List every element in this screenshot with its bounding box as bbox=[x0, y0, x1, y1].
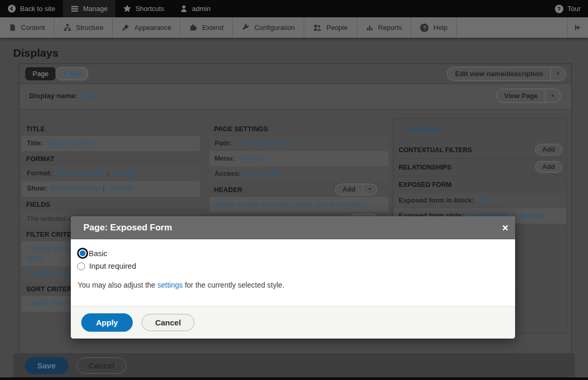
shortcuts-label: Shortcuts bbox=[135, 5, 164, 13]
header-add-button[interactable]: Add ▼ bbox=[335, 184, 377, 195]
menu-item-help[interactable]: ? Help bbox=[411, 17, 457, 38]
partially-hidden-link: o bbox=[516, 281, 519, 289]
close-icon[interactable]: × bbox=[502, 223, 508, 233]
menu-item-people[interactable]: People bbox=[304, 17, 357, 38]
people-icon bbox=[313, 24, 322, 31]
cancel-button[interactable]: Cancel bbox=[77, 357, 126, 374]
back-to-site-label: Back to site bbox=[20, 5, 55, 13]
show-settings-link[interactable]: Settings bbox=[109, 184, 133, 192]
edit-view-name-label: Edit view name/description bbox=[447, 67, 550, 80]
sitemap-icon bbox=[63, 24, 71, 31]
radio-option-input-required[interactable]: Input required bbox=[77, 262, 503, 270]
dropdown-toggle[interactable]: ▼ bbox=[545, 89, 560, 102]
radio-selected-icon[interactable] bbox=[79, 249, 87, 257]
menu-item-appearance[interactable]: Appearance bbox=[113, 17, 180, 38]
show-value-link[interactable]: Rendered entity bbox=[50, 184, 99, 192]
help-icon: ? bbox=[420, 24, 429, 32]
modal-title: Page: Exposed Form bbox=[83, 223, 172, 233]
toolbar-orientation-toggle[interactable] bbox=[567, 17, 588, 38]
chevron-down-icon: ▼ bbox=[556, 72, 560, 76]
paintbrush-icon bbox=[122, 24, 130, 31]
display-name-value-link[interactable]: Page bbox=[81, 92, 98, 100]
in-block-value-link[interactable]: Yes bbox=[477, 196, 488, 204]
admin-user-label: admin bbox=[192, 5, 210, 13]
modal-header: Page: Exposed Form × bbox=[71, 216, 515, 239]
star-icon bbox=[123, 5, 131, 13]
user-icon bbox=[180, 5, 188, 13]
path-value-link[interactable]: /solr-search/content bbox=[235, 139, 295, 147]
access-row: Access:Unrestricted bbox=[209, 166, 389, 182]
modal-footer: Apply Cancel bbox=[71, 306, 515, 339]
separator: | bbox=[107, 169, 109, 177]
menu-value-link[interactable]: No menu bbox=[238, 154, 265, 162]
separator: | bbox=[103, 184, 104, 192]
settings-link[interactable]: settings bbox=[157, 281, 183, 289]
relationships-add-button[interactable]: Add bbox=[535, 161, 562, 173]
page-bottom-strip bbox=[0, 377, 588, 380]
add-display-label: Add bbox=[68, 70, 81, 78]
section-exposed-form: EXPOSED FORM bbox=[393, 176, 566, 193]
title-value-link[interactable]: Search Content bbox=[46, 139, 93, 147]
advanced-toggle[interactable]: ADVANCED bbox=[393, 119, 566, 142]
radio-unselected-icon[interactable] bbox=[77, 262, 85, 270]
menu-label: People bbox=[326, 24, 347, 31]
puzzle-icon bbox=[189, 24, 197, 31]
exposed-form-label: EXPOSED FORM bbox=[399, 181, 452, 188]
edit-view-name-button[interactable]: Edit view name/description ▼ bbox=[447, 67, 566, 81]
view-page-button[interactable]: View Page ▼ bbox=[496, 89, 561, 103]
tab-page-display[interactable]: Page bbox=[25, 67, 56, 80]
back-to-site-button[interactable]: Back to site bbox=[0, 0, 63, 17]
menu-item-configuration[interactable]: Configuration bbox=[233, 17, 304, 38]
exposed-form-in-block-row: Exposed form in block:Yes bbox=[393, 193, 566, 208]
access-label: Access: bbox=[215, 170, 241, 177]
menu-label: Help bbox=[433, 24, 447, 31]
radio-basic-label: Basic bbox=[89, 249, 107, 258]
display-name-label: Display name: bbox=[29, 92, 78, 100]
chevron-down-icon: ▼ bbox=[368, 187, 372, 192]
in-block-label: Exposed form in block: bbox=[399, 196, 474, 204]
shortcuts-button[interactable]: Shortcuts bbox=[115, 0, 172, 17]
admin-user-button[interactable]: admin bbox=[172, 0, 218, 17]
menu-item-reports[interactable]: Reports bbox=[357, 17, 412, 38]
manage-label: Manage bbox=[83, 5, 108, 13]
format-value-link[interactable]: Unformatted list bbox=[55, 169, 103, 177]
exposed-form-modal: Page: Exposed Form × Basic Input require… bbox=[71, 216, 515, 339]
access-value-link[interactable]: Unrestricted bbox=[244, 170, 281, 177]
dropdown-toggle[interactable]: ▼ bbox=[550, 67, 565, 80]
contextual-filters-add-button[interactable]: Add bbox=[535, 144, 562, 155]
section-title-header: TITLE bbox=[22, 121, 200, 136]
apply-button[interactable]: Apply bbox=[81, 313, 133, 332]
menu-item-content[interactable]: Content bbox=[0, 17, 55, 38]
contextual-filters-label: CONTEXTUAL FILTERS bbox=[399, 146, 472, 154]
add-display-button[interactable]: +Add bbox=[56, 67, 88, 80]
show-row: Show:Rendered entity|Settings bbox=[22, 181, 200, 196]
header-item-result-summary[interactable]: Global: Result summary (Global: Result s… bbox=[209, 197, 389, 212]
note-suffix: for the currently selected style. bbox=[183, 281, 284, 289]
menu-item-extend[interactable]: Extend bbox=[180, 17, 232, 38]
save-button[interactable]: Save bbox=[25, 357, 68, 374]
menu-label: Extend bbox=[202, 24, 223, 31]
radio-option-basic[interactable]: Basic bbox=[77, 248, 503, 259]
form-actions-bar: Save Cancel bbox=[13, 353, 575, 377]
modal-body: Basic Input required You may also adjust… bbox=[71, 239, 515, 289]
menu-item-structure[interactable]: Structure bbox=[55, 17, 113, 38]
display-tabs-row: Page +Add Edit view name/description ▼ bbox=[19, 64, 571, 84]
admin-toolbar-menu: Content Structure Appearance Extend Conf… bbox=[0, 17, 588, 38]
dropdown-toggle[interactable]: ▼ bbox=[362, 184, 377, 195]
format-settings-link[interactable]: Settings bbox=[113, 169, 138, 177]
tour-button[interactable]: ? Tour bbox=[548, 0, 588, 17]
manage-menu-button[interactable]: Manage bbox=[63, 0, 115, 17]
admin-toolbar-top: Back to site Manage Shortcuts admin ? To… bbox=[0, 0, 588, 17]
show-label: Show: bbox=[27, 184, 47, 192]
path-row: Path:/solr-search/content bbox=[209, 136, 389, 151]
section-format-header: FORMAT bbox=[22, 151, 200, 166]
chevron-down-icon: ▼ bbox=[551, 94, 555, 98]
relationships-label: RELATIONSHIPS bbox=[399, 164, 451, 171]
section-header-header: HEADER Add ▼ bbox=[209, 182, 389, 197]
format-label: Format: bbox=[27, 169, 52, 177]
style-settings-link[interactable]: Settings bbox=[519, 212, 544, 219]
collapse-left-icon bbox=[574, 24, 582, 31]
modal-cancel-button[interactable]: Cancel bbox=[142, 314, 195, 331]
note-prefix: You may also adjust the bbox=[78, 281, 157, 289]
menu-label: Reports bbox=[378, 24, 402, 31]
